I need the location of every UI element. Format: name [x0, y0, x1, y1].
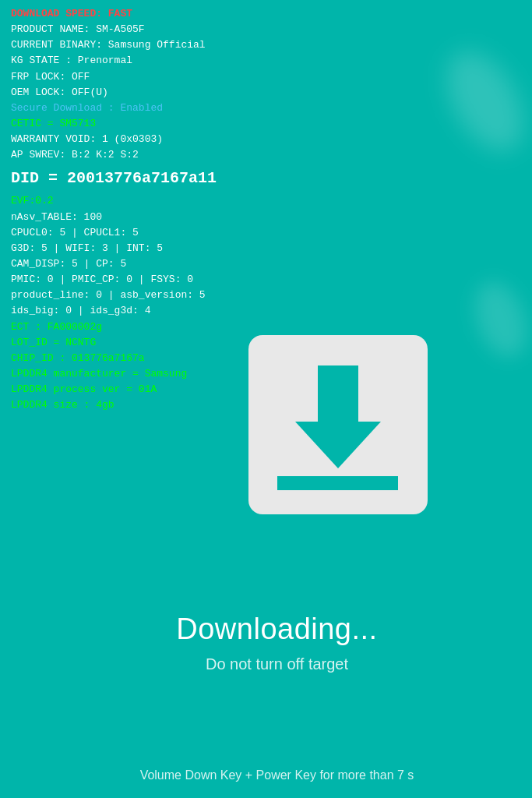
- g3d-line: G3D: 5 | WIFI: 3 | INT: 5: [11, 241, 521, 256]
- cetic-line: CETIC = SM5713: [11, 116, 521, 132]
- secure-download-line: Secure Download : Enabled: [11, 101, 521, 116]
- warranty-void-line: WARRANTY VOID: 1 (0x0303): [11, 132, 521, 147]
- samsung-download-screen: DOWNLOAD SPEED: FAST PRODUCT NAME: SM-A5…: [0, 0, 532, 798]
- downloading-status-text: Downloading...: [11, 613, 532, 646]
- cam-disp-line: CAM_DISP: 5 | CP: 5: [11, 256, 521, 272]
- download-speed-line: DOWNLOAD SPEED: FAST: [11, 6, 521, 22]
- cpucl0-line: CPUCL0: 5 | CPUCL1: 5: [11, 225, 521, 241]
- arrow-head: [295, 422, 381, 468]
- product-name-line: PRODUCT NAME: SM-A505F: [11, 22, 521, 37]
- frp-lock-line: FRP LOCK: OFF: [11, 69, 521, 85]
- evf-line: EVF:0.2: [11, 193, 521, 209]
- kg-state-line: KG STATE : Prenormal: [11, 53, 521, 69]
- do-not-turn-text: Do not turn off target: [11, 655, 532, 673]
- current-binary-line: CURRENT BINARY: Samsung Official: [11, 37, 521, 53]
- did-line: DID = 20013776a7167a11: [11, 166, 521, 190]
- oem-lock-line: OEM LOCK: OFF(U): [11, 85, 521, 101]
- volume-key-instruction: Volume Down Key + Power Key for more tha…: [11, 768, 532, 782]
- download-arrow-icon: [277, 359, 398, 490]
- pmic-line: PMIC: 0 | PMIC_CP: 0 | FSYS: 0: [11, 272, 521, 288]
- arrow-shaft: [318, 365, 358, 428]
- ids-big-line: ids_big: 0 | ids_g3d: 4: [11, 303, 521, 319]
- ap-swrev-line: AP SWREV: B:2 K:2 S:2: [11, 147, 521, 163]
- download-icon-container: [248, 335, 428, 514]
- nasv-table-line: nAsv_TABLE: 100: [11, 210, 521, 225]
- product-line-line: product_line: 0 | asb_version: 5: [11, 288, 521, 303]
- download-icon-box: [248, 335, 428, 514]
- ect-line: ECT : FA000002g: [11, 320, 521, 335]
- arrow-base: [277, 476, 398, 490]
